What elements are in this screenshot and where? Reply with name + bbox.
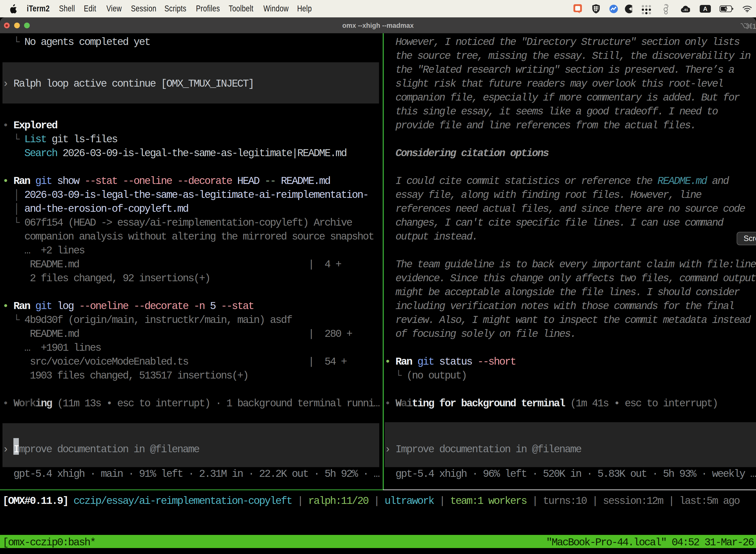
svg-text:..61: ..61 xyxy=(683,8,688,12)
